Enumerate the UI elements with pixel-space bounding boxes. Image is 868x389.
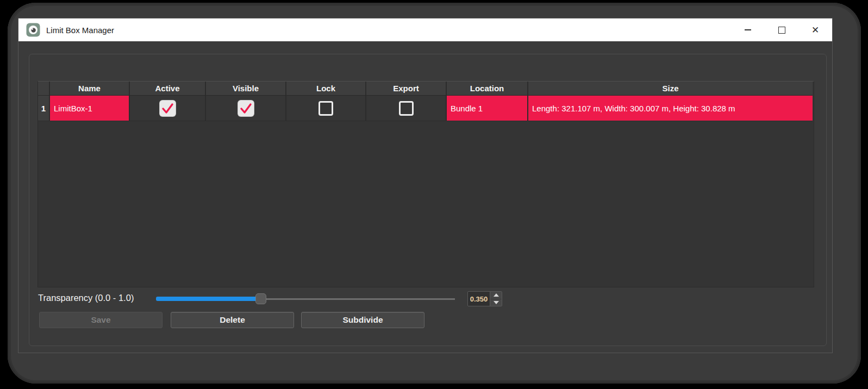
size-cell[interactable]: Length: 321.107 m, Width: 300.007 m, Hei… xyxy=(528,96,813,121)
transparency-controls: Transparency (0.0 - 1.0) 0.350 xyxy=(38,291,820,306)
column-header-name: Name xyxy=(50,81,130,96)
minimize-button[interactable] xyxy=(731,18,765,41)
checkmark-icon xyxy=(240,103,252,114)
transparency-spinbox[interactable]: 0.350 xyxy=(467,291,502,306)
location-cell[interactable]: Bundle 1 xyxy=(447,96,528,121)
spin-up-button[interactable] xyxy=(490,292,502,299)
save-button[interactable]: Save xyxy=(39,312,163,328)
app-icon xyxy=(26,23,40,37)
titlebar[interactable]: Limit Box Manager ✕ xyxy=(18,18,832,41)
table-header-row: Name Active Visible Lock Export Location… xyxy=(38,81,814,96)
slider-handle[interactable] xyxy=(255,293,266,304)
column-header-size: Size xyxy=(528,81,813,96)
lock-cell[interactable] xyxy=(286,96,366,121)
window-title: Limit Box Manager xyxy=(46,26,114,35)
close-icon: ✕ xyxy=(811,26,819,35)
subdivide-button[interactable]: Subdivide xyxy=(301,312,424,328)
column-header-visible: Visible xyxy=(206,81,286,96)
close-button[interactable]: ✕ xyxy=(798,18,832,41)
maximize-icon xyxy=(778,27,785,34)
export-checkbox[interactable] xyxy=(399,101,414,116)
spin-down-button[interactable] xyxy=(490,299,502,306)
window-controls: ✕ xyxy=(731,18,832,41)
transparency-label: Transparency (0.0 - 1.0) xyxy=(38,293,134,303)
maximize-button[interactable] xyxy=(765,18,798,41)
column-header-lock: Lock xyxy=(286,81,366,96)
checkmark-icon xyxy=(161,103,174,114)
dialog-body: Name Active Visible Lock Export Location… xyxy=(18,41,832,353)
chevron-up-icon xyxy=(494,293,499,297)
transparency-value[interactable]: 0.350 xyxy=(468,292,490,306)
row-header[interactable]: 1 xyxy=(38,96,50,121)
column-header-location: Location xyxy=(447,81,528,96)
spin-buttons xyxy=(490,292,502,306)
visible-cell[interactable] xyxy=(206,96,286,121)
column-header-active: Active xyxy=(130,81,206,96)
slider-fill xyxy=(156,297,261,301)
delete-button[interactable]: Delete xyxy=(171,312,294,328)
chevron-down-icon xyxy=(494,301,499,304)
active-cell[interactable] xyxy=(130,96,206,121)
visible-checkbox[interactable] xyxy=(238,101,254,116)
lock-checkbox[interactable] xyxy=(319,101,333,116)
limit-box-manager-dialog: Limit Box Manager ✕ Name Active Visible xyxy=(18,18,833,353)
export-cell[interactable] xyxy=(366,96,447,121)
active-checkbox[interactable] xyxy=(160,101,176,116)
table-corner-cell xyxy=(38,81,50,96)
content-panel: Name Active Visible Lock Export Location… xyxy=(29,54,827,346)
table-row: 1 LimitBox-1 xyxy=(38,96,814,121)
name-cell[interactable]: LimitBox-1 xyxy=(50,96,130,121)
minimize-icon xyxy=(745,29,751,30)
column-header-export: Export xyxy=(366,81,447,96)
transparency-slider[interactable] xyxy=(156,291,455,306)
limit-box-table: Name Active Visible Lock Export Location… xyxy=(38,81,814,287)
